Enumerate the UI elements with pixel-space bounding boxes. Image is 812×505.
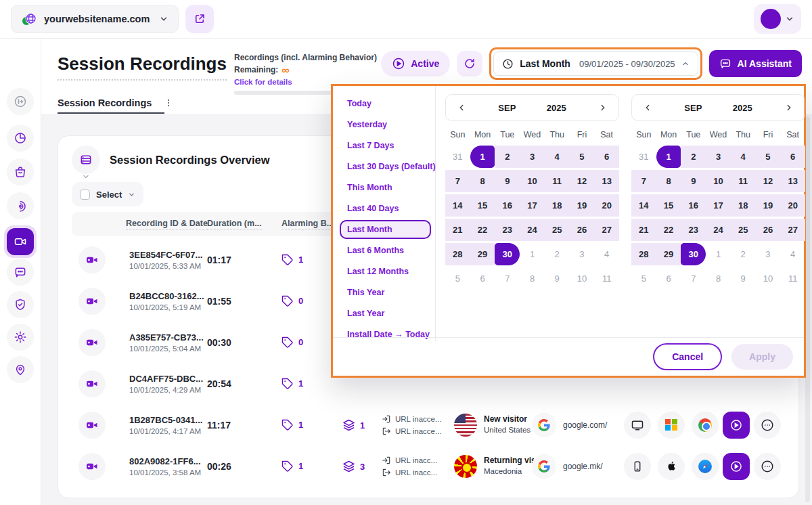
datepicker-preset[interactable]: This Year — [340, 283, 431, 302]
select-all-checkbox[interactable] — [80, 190, 90, 200]
calendar-day[interactable]: 19 — [570, 194, 595, 217]
calendar-day[interactable]: 3 — [706, 146, 731, 168]
calendar-day[interactable]: 29 — [656, 243, 681, 265]
apply-button[interactable]: Apply — [731, 344, 793, 370]
calendar-day[interactable]: 16 — [681, 194, 706, 217]
calendar-day[interactable]: 6 — [470, 267, 495, 290]
open-website-button[interactable] — [185, 5, 214, 33]
sidebar-item-security[interactable] — [7, 291, 34, 318]
calendar-day[interactable]: 5 — [631, 267, 656, 290]
calendar-day[interactable]: 6 — [656, 267, 681, 290]
next-month-button[interactable] — [597, 102, 609, 114]
sidebar-item-location[interactable] — [7, 356, 34, 383]
calendar-day[interactable]: 2 — [495, 146, 520, 168]
play-recording-button[interactable] — [723, 412, 750, 439]
calendar-day[interactable]: 9 — [681, 170, 706, 192]
sidebar-collapse-button[interactable] — [7, 88, 34, 115]
calendar-day[interactable]: 23 — [495, 219, 520, 241]
calendar-day[interactable]: 18 — [731, 194, 756, 217]
calendar-day[interactable]: 2 — [681, 146, 706, 168]
prev-month-button[interactable] — [641, 102, 654, 114]
calendar-day[interactable]: 27 — [594, 219, 619, 241]
referrer-url[interactable]: google.com/ — [563, 420, 607, 430]
calendar-day[interactable]: 3 — [520, 146, 545, 168]
calendar-day[interactable]: 6 — [594, 146, 619, 168]
referrer-url[interactable]: google.mk/ — [563, 462, 603, 471]
prev-month-button[interactable] — [455, 102, 468, 114]
calendar-day[interactable]: 24 — [520, 219, 545, 241]
website-selector[interactable]: yourwebsitename.com — [11, 5, 179, 33]
play-recording-button[interactable] — [723, 453, 750, 480]
datepicker-preset[interactable]: Last 30 Days (Default) — [340, 157, 431, 176]
calendar-day[interactable]: 20 — [594, 194, 619, 217]
calendar-day[interactable]: 13 — [594, 170, 619, 192]
calendar-day[interactable]: 10 — [520, 170, 545, 192]
calendar-day[interactable]: 26 — [570, 219, 595, 241]
calendar-day[interactable]: 11 — [731, 170, 756, 192]
calendar-day[interactable]: 5 — [570, 146, 595, 168]
calendar-day[interactable]: 7 — [445, 170, 470, 192]
column-alarming[interactable]: Alarming B... — [281, 219, 334, 230]
calendar-day[interactable]: 4 — [731, 146, 756, 168]
datepicker-preset[interactable]: Last 6 Months — [340, 241, 431, 260]
calendar-day[interactable]: 17 — [706, 194, 731, 217]
entry-url[interactable]: URL inacc... — [395, 456, 437, 464]
calendar-day[interactable]: 8 — [656, 170, 681, 192]
calendar-day[interactable]: 8 — [706, 267, 731, 290]
calendar-day[interactable]: 8 — [520, 267, 545, 290]
calendar-day[interactable]: 4 — [594, 243, 619, 265]
calendar-day[interactable]: 10 — [570, 267, 595, 290]
calendar-day[interactable]: 9 — [731, 267, 756, 290]
calendar-day[interactable]: 27 — [780, 219, 805, 241]
calendar-day[interactable]: 4 — [780, 243, 805, 265]
calendar-day[interactable]: 11 — [545, 170, 570, 192]
calendar-day[interactable]: 1 — [520, 243, 545, 265]
sidebar-item-feedback[interactable] — [7, 259, 34, 286]
calendar-day[interactable]: 30 — [681, 243, 706, 265]
calendar-day[interactable]: 1 — [656, 146, 681, 168]
calendar-day[interactable]: 5 — [756, 146, 781, 168]
calendar-day[interactable]: 21 — [445, 219, 470, 241]
calendar-day[interactable]: 13 — [780, 170, 805, 192]
table-row[interactable]: 1B287BC5-0341... 10/01/2025, 4:17 AM 11:… — [58, 404, 798, 445]
sidebar-item-settings[interactable] — [7, 324, 34, 351]
datepicker-preset[interactable]: Today — [340, 94, 431, 113]
column-duration[interactable]: Duration (m... — [207, 219, 262, 230]
table-row[interactable]: 802A9082-1FF6... 10/01/2025, 3:58 AM 00:… — [58, 445, 798, 487]
datepicker-preset[interactable]: Last Year — [340, 304, 431, 323]
sidebar-item-recordings[interactable] — [4, 225, 37, 258]
calendar-day[interactable]: 4 — [545, 146, 570, 168]
calendar-day[interactable]: 11 — [780, 267, 805, 290]
sidebar-item-dashboard[interactable] — [7, 125, 34, 152]
calendar-day[interactable]: 3 — [570, 243, 595, 265]
calendar-day[interactable]: 16 — [495, 194, 520, 217]
active-status-button[interactable]: Active — [381, 51, 450, 76]
row-more-button[interactable] — [754, 412, 781, 439]
calendar-day[interactable]: 28 — [445, 243, 470, 265]
calendar-day[interactable]: 20 — [780, 194, 805, 217]
calendar-day[interactable]: 18 — [545, 194, 570, 217]
calendar-day[interactable]: 14 — [445, 194, 470, 217]
calendar-day[interactable]: 1 — [706, 243, 731, 265]
sidebar-item-store[interactable] — [7, 158, 34, 185]
calendar-day[interactable]: 15 — [470, 194, 495, 217]
calendar-day[interactable]: 30 — [495, 243, 520, 265]
tab-kebab-menu[interactable] — [164, 97, 173, 108]
calendar-day[interactable]: 8 — [470, 170, 495, 192]
calendar-day[interactable]: 9 — [545, 267, 570, 290]
ai-assistant-button[interactable]: AI Assistant — [709, 50, 802, 77]
calendar-day[interactable]: 25 — [731, 219, 756, 241]
overview-widget-menu[interactable] — [72, 146, 100, 174]
calendar-day[interactable]: 31 — [445, 146, 470, 168]
datepicker-preset[interactable]: Last 40 Days — [340, 199, 431, 218]
calendar-day[interactable]: 26 — [756, 219, 781, 241]
date-range-button[interactable]: Last Month 09/01/2025 - 09/30/2025 — [493, 51, 698, 76]
calendar-day[interactable]: 29 — [470, 243, 495, 265]
datepicker-preset[interactable]: Last Month — [340, 220, 431, 239]
exit-url[interactable]: URL inacc... — [395, 468, 437, 477]
next-month-button[interactable] — [783, 102, 795, 114]
calendar-day[interactable]: 23 — [681, 219, 706, 241]
select-button[interactable]: Select — [72, 182, 143, 206]
calendar-day[interactable]: 21 — [631, 219, 656, 241]
calendar-day[interactable]: 17 — [520, 194, 545, 217]
